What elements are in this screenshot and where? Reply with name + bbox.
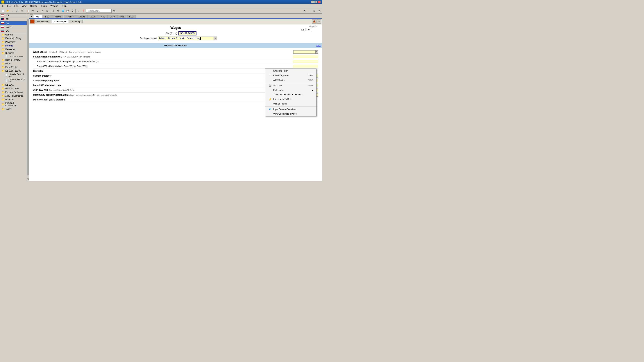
minimize-button[interactable]: ─ [311,1,314,3]
toolbar-btn-3[interactable]: 🖨 [10,9,15,13]
window-max-toolbar[interactable]: □ [312,9,316,13]
toolbar-btn-10[interactable]: □ [45,9,50,13]
toolbar-btn-5[interactable]: ⟲ [20,9,24,13]
ctx-input-overview[interactable]: 💎 Input Screen Overview [265,107,316,112]
ctx-add-unit[interactable]: 🗒 Add Unit Ctrl+A [265,83,316,88]
ctx-visit-fields[interactable]: Visit all Fields [265,102,316,106]
toolbar-btn-15[interactable]: 🖨 [76,9,81,13]
scroll-down-btn[interactable]: ▼ [27,178,30,181]
window-close-btn[interactable]: ✕ [317,9,321,13]
form-4852-det-input[interactable] [292,60,318,63]
ein-input[interactable]: 38-1234565 [178,31,196,35]
employer-input[interactable]: Adams, Brown & Lewis Consulting [158,36,217,40]
nav-collins[interactable]: 📄 2 Collins, Brown & Le [0,78,27,83]
toolbar-btn-6[interactable]: 📋 [26,9,30,13]
state-co[interactable]: CO [0,29,27,33]
nav-business[interactable]: 📁 Business [0,51,27,55]
toolbar-btn-4[interactable]: 🎵 [15,9,20,13]
nav-k1-1065[interactable]: 📁 K1 1065, 1120S [0,69,27,73]
toolbar-btn-7[interactable]: ✂ [31,9,35,13]
nav-personal-sale[interactable]: 📁 Personal Sale [0,87,27,90]
sub-tab-btn-1[interactable]: 📤 [312,19,316,24]
window-min-toolbar[interactable]: ─ [307,9,312,13]
wage-code-dropdown[interactable]: ▼ [293,50,318,54]
help-button[interactable]: ❓ [81,9,86,13]
toolbar-btn-8[interactable]: ♪ [36,9,40,13]
toolbar-btn-11[interactable]: ⚙ [56,9,60,13]
ctx-view-invoice[interactable]: View/Customize Invoice [265,112,316,116]
nav-retirement[interactable]: 📁 Retirement [0,47,27,51]
subtab-w2-facsimile[interactable]: W2 Facsimile [51,20,69,23]
ctx-tickmark[interactable]: Tickmark / Field Note History... [265,92,316,97]
menu-dollar[interactable]: $ [1,4,5,8]
tab-w2g[interactable]: W2G [98,15,108,18]
state-ca-ppt[interactable]: CA-PPT [0,25,27,29]
toolbar-btn-12[interactable]: 🌐 [61,9,65,13]
nav-educate[interactable]: 📁 Educate [0,98,27,101]
tab-1099m[interactable]: 1099M [76,15,87,18]
menu-window[interactable]: Window [49,4,60,8]
menu-edit[interactable]: Edit [13,4,20,8]
nav-income[interactable]: 📂 Income [0,44,27,47]
wage-code-arrow[interactable]: ▼ [316,50,318,54]
menu-view[interactable]: View [20,4,28,8]
tab-2439[interactable]: 2439 [108,15,117,18]
search-input[interactable] [86,9,112,13]
sidebar-scrollbar[interactable]: ▲ ▼ [27,13,29,181]
menu-setup[interactable]: Setup [40,4,48,8]
tab-w2[interactable]: W2 [33,15,42,18]
nav-electronic-filing[interactable]: 📁 Electronic Filing [0,36,27,40]
toolbar-btn-13[interactable]: 💾 [66,9,70,13]
nav-farm[interactable]: 📁 Farm [0,62,27,65]
print-button[interactable]: 🖨 [51,9,56,13]
scroll-thumb[interactable] [27,19,29,175]
employer-dropdown-arrow[interactable]: ▼ [214,36,217,40]
tab-arrow-left[interactable]: ◄ [30,14,33,18]
nav-1040-adj[interactable]: 📁 1040 Adjustments [0,94,27,98]
nav-rent-royalty[interactable]: 📁 Rent & Royalty [0,58,27,62]
ctx-allocation[interactable]: Allocation... Ctrl+B [265,78,316,82]
form-4852-efforts-input[interactable] [292,65,318,68]
nav-general[interactable]: 📁 General [0,33,27,36]
window-close-toolbar[interactable]: ✕ [302,9,307,13]
nav-farm-rental[interactable]: 📁 Farm Rental [0,65,27,69]
state-us[interactable]: US [0,13,27,17]
subtab-general-info[interactable]: General Info [35,20,51,23]
nav-payments[interactable]: 📁 Payments [0,40,27,44]
scroll-up-btn[interactable]: ▲ [27,13,30,16]
new-button[interactable]: 📄 [1,9,5,13]
t-dropdown[interactable]: T ▼ [305,28,311,31]
nav-k1-1041[interactable]: 📁 K1 1041 [0,83,27,87]
nav-foreign-exclusion[interactable]: 📁 Foreign Exclusion [0,90,27,94]
ctx-switch-form[interactable]: Switch to Form [265,69,316,73]
open-button[interactable]: 📂 [6,9,10,13]
nav-taxes[interactable]: 📁 Taxes [0,107,27,111]
ctx-client-organizer[interactable]: 🗂 Client Organizer Ctrl+R [265,73,316,78]
tab-fec[interactable]: FEC [127,15,136,18]
subtab-state-city[interactable]: State/City [69,20,83,23]
menu-file[interactable]: File [6,4,12,8]
maximize-button[interactable]: □ [314,1,317,3]
tab-bd[interactable]: B&D [43,15,52,18]
toolbar-btn-9[interactable]: ✓ [40,9,45,13]
nav-itemized-deductions[interactable]: 📁 Itemized Deductions [0,101,27,107]
nav-pilates-trainer[interactable]: 📄 1 Pilates Trainer [0,55,27,58]
state-az[interactable]: AZ [0,17,27,21]
menu-help[interactable]: Help [60,4,68,8]
standard-w2-input[interactable] [292,55,318,58]
toolbar-btn-16[interactable]: ⚙ [112,9,116,13]
title-bar-buttons[interactable]: ─ □ ✕ [311,1,320,3]
form-icon[interactable] [30,19,34,23]
sub-tab-btn-2[interactable]: ▼ [317,19,321,24]
tab-6781[interactable]: 6781 [117,15,126,18]
nav-calvin[interactable]: 📄 1 Calvin, Smith & Fra [0,73,27,78]
toolbar-btn-14[interactable]: 🗒 [70,9,74,13]
menu-utilities[interactable]: Utilities [29,4,39,8]
tab-income[interactable]: Income [52,15,64,18]
tab-1099c[interactable]: 1099C [87,15,98,18]
ctx-field-note[interactable]: Field Note ▶ [265,88,316,92]
ctx-impromptu[interactable]: ⚡ Impromptu To Do... [265,97,316,102]
gen-info-ref[interactable]: 4852 [316,44,320,46]
tab-refunds[interactable]: Refunds [64,15,76,18]
state-ca[interactable]: CA [0,21,27,25]
